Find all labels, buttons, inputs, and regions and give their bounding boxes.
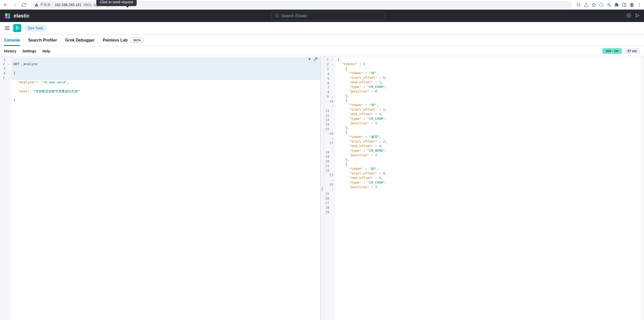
space-selector[interactable]: D: [13, 24, 21, 32]
svg-point-12: [275, 14, 278, 17]
svg-point-8: [5, 13, 8, 16]
fullscreen-icon[interactable]: [626, 13, 631, 19]
back-button[interactable]: [2, 1, 9, 8]
svg-point-6: [639, 4, 640, 5]
svg-point-7: [639, 6, 640, 6]
response-pane[interactable]: 1 ▾2 ▾3 ▾4 5 6 7 8 9 ▴10 ▾11 12 13 14 15…: [324, 56, 644, 320]
newsfeed-icon[interactable]: [635, 13, 640, 19]
url-port: :5601: [83, 3, 92, 7]
breadcrumb[interactable]: Dev Tools: [24, 25, 47, 32]
settings-link[interactable]: Settings: [22, 49, 36, 53]
bookmark-icon[interactable]: [591, 2, 596, 7]
dev-tools-tabs: Console Search Profiler Grok Debugger Pa…: [0, 34, 644, 46]
response-status-badge: 200 - OK: [602, 48, 622, 54]
extensions-icon[interactable]: [614, 2, 619, 7]
insecure-label: 不安全: [40, 3, 51, 7]
insecure-icon: [34, 3, 39, 7]
editor-container: 1 2 ▾ 3 4 5 ▴ GET _analyze { "analyzer":…: [0, 56, 644, 320]
search-icon: [275, 14, 279, 18]
tab-grok-debugger[interactable]: Grok Debugger: [65, 35, 95, 46]
response-gutter: 1 ▾2 ▾3 ▾4 5 6 7 8 9 ▴10 ▾11 12 13 14 15…: [324, 56, 335, 320]
translate-icon[interactable]: [606, 2, 612, 7]
svg-point-5: [639, 3, 640, 4]
request-pane[interactable]: 1 2 ▾ 3 4 5 ▴ GET _analyze { "analyzer":…: [0, 56, 320, 320]
console-toolbar: History Settings Help 200 - OK 57 ms: [0, 46, 644, 56]
pane-splitter[interactable]: ‖: [320, 56, 324, 320]
send-request-tooltip: Click to send request: [96, 0, 137, 6]
profile-icon[interactable]: [629, 2, 634, 7]
tab-console[interactable]: Console: [4, 35, 20, 46]
url-host: 192.168.245.151: [55, 3, 81, 7]
send-request-button[interactable]: [308, 57, 312, 62]
svg-rect-1: [622, 3, 626, 7]
response-viewer[interactable]: { "tokens" : [ { "token" : "传", "start_o…: [335, 56, 644, 320]
app-header: elastic Search Elastic: [0, 10, 644, 22]
sub-header: D Dev Tools: [0, 22, 644, 34]
space-letter: D: [16, 26, 19, 30]
svg-point-4: [631, 3, 633, 5]
forward-button[interactable]: [11, 1, 18, 8]
sidepanel-icon[interactable]: [622, 2, 627, 7]
product-name: elastic: [14, 13, 29, 19]
request-gutter: 1 2 ▾ 3 4 5 ▴: [0, 56, 11, 320]
svg-point-11: [8, 16, 10, 19]
global-search[interactable]: Search Elastic: [272, 12, 384, 20]
tab-search-profiler[interactable]: Search Profiler: [28, 35, 57, 46]
beta-badge: BETA: [131, 38, 144, 43]
elastic-logo-icon: [4, 12, 11, 19]
search-placeholder: Search Elastic: [281, 14, 307, 18]
response-scrollbar[interactable]: [641, 56, 644, 320]
tab-painless-lab[interactable]: Painless Lab: [103, 35, 128, 46]
help-link[interactable]: Help: [42, 49, 50, 53]
share-icon[interactable]: [584, 2, 589, 7]
reload-button[interactable]: [20, 1, 27, 8]
svg-point-10: [5, 16, 8, 19]
elastic-logo[interactable]: elastic: [4, 12, 29, 19]
history-link[interactable]: History: [4, 49, 16, 53]
menu-dots-icon[interactable]: [637, 2, 642, 7]
request-editor[interactable]: GET _analyze { "analyzer": "ik_max_word"…: [11, 56, 320, 320]
request-options-button[interactable]: [314, 57, 318, 62]
svg-point-9: [8, 13, 10, 16]
nav-menu-button[interactable]: [4, 25, 10, 31]
svg-point-0: [577, 3, 580, 6]
response-time-badge: 57 ms: [624, 48, 640, 54]
zoom-icon[interactable]: [576, 2, 581, 7]
extension-cube-icon[interactable]: [599, 2, 604, 7]
